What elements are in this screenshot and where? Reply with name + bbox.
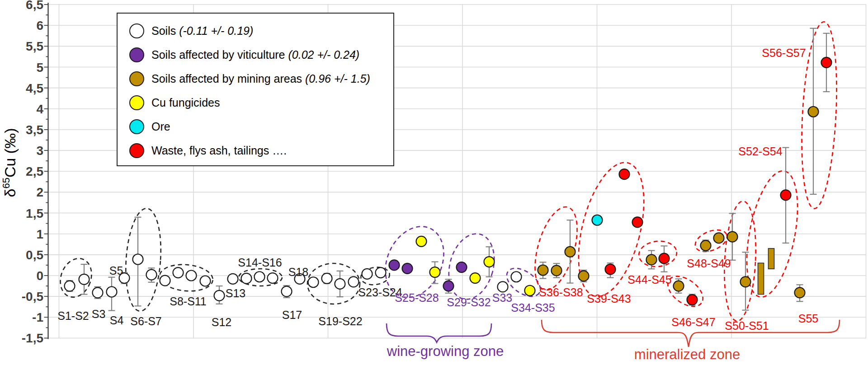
- point-S35: [525, 285, 535, 296]
- legend-item-label: Cu fungicides: [151, 96, 220, 109]
- point-S31: [470, 273, 481, 283]
- point-S13: [228, 274, 238, 284]
- legend-item-stats: (-0.11 +/- 0.19): [179, 24, 253, 37]
- point-S39: [579, 271, 589, 281]
- legend-item-4: Cu fungicides: [129, 91, 393, 115]
- point-S33: [498, 281, 508, 292]
- point-S17: [282, 286, 292, 297]
- point-S21: [335, 279, 345, 289]
- sample-label-S55: S55: [798, 312, 818, 325]
- point-S6: [133, 254, 143, 265]
- point-S48: [701, 240, 711, 251]
- range-bar-S53: [769, 248, 774, 269]
- sample-label-S50-S51: S50-S51: [725, 319, 769, 332]
- point-S37: [552, 265, 562, 276]
- point-S44: [646, 254, 657, 265]
- point-S55: [795, 287, 805, 298]
- sample-label-S25-S28: S25-S28: [395, 291, 439, 304]
- legend-item-stats: (0.96 +/- 1.5): [305, 72, 370, 85]
- y-axis-title: δ65Cu (‰): [0, 128, 19, 197]
- y-tick-label: 3: [36, 144, 43, 158]
- y-tick-label: 5,5: [26, 39, 43, 53]
- point-S47: [687, 295, 698, 305]
- point-S16: [268, 273, 278, 283]
- point-S4: [107, 286, 117, 297]
- group-ellipse-S1-S2: [55, 254, 97, 301]
- point-S2: [79, 274, 90, 285]
- y-tick-label: 1,5: [26, 206, 43, 220]
- y-tick-label: 4: [36, 102, 43, 116]
- point-S10: [186, 271, 197, 281]
- legend-marker-icon: [129, 143, 144, 158]
- zone-label-1: wine-growing zone: [387, 343, 504, 359]
- point-S54: [781, 190, 791, 200]
- point-S19: [308, 277, 319, 287]
- legend-marker-icon: [129, 95, 144, 110]
- point-S3: [93, 287, 103, 298]
- point-S38: [565, 247, 576, 257]
- y-tick-label: 0,5: [26, 248, 43, 262]
- group-ellipse-S48-S49: [692, 226, 730, 256]
- point-S12: [214, 290, 225, 301]
- legend-item-label: Soils: [151, 24, 179, 37]
- point-S20: [322, 273, 332, 284]
- point-S45: [659, 253, 670, 264]
- sample-label-S4: S4: [110, 314, 124, 327]
- sample-label-S39-S43: S39-S43: [587, 292, 631, 305]
- point-S23: [362, 269, 373, 279]
- point-S7: [146, 270, 157, 280]
- y-tick-label: 1: [36, 227, 43, 241]
- point-S50: [727, 232, 738, 242]
- y-tick-label: 5: [36, 61, 43, 75]
- point-S42: [619, 169, 630, 179]
- point-S56: [808, 107, 819, 117]
- point-S8: [160, 276, 170, 286]
- y-tick-label: 0: [36, 269, 43, 283]
- point-S32: [484, 257, 495, 267]
- legend-item-6: Waste, flys ash, tailings ….: [129, 139, 393, 163]
- y-axis: [44, 3, 48, 339]
- point-S15: [255, 271, 265, 282]
- y-tick-label: 6,5: [26, 0, 43, 12]
- sample-label-S33: S33: [492, 291, 512, 304]
- sample-label-S13: S13: [226, 287, 245, 299]
- sample-label-S1-S2: S1-S2: [57, 309, 89, 322]
- group-ellipse-S36-S38: [527, 202, 585, 295]
- legend-item-label: Soils affected by viticulture: [151, 48, 288, 61]
- sample-label-S52-S54: S52-S54: [738, 145, 782, 158]
- sample-label-S3: S3: [92, 308, 106, 320]
- legend-item-label: Ore: [151, 120, 170, 133]
- point-S30: [457, 262, 467, 272]
- sample-label-S46-S47: S46-S47: [671, 316, 715, 328]
- sample-label-S29-S32: S29-S32: [447, 296, 491, 309]
- y-tick-label: -1: [32, 310, 43, 324]
- y-tick-label: 2,5: [26, 164, 43, 178]
- sample-label-S18: S18: [288, 266, 308, 278]
- point-S34: [511, 271, 522, 282]
- point-S41: [605, 264, 616, 275]
- point-S43: [632, 217, 643, 227]
- point-S36: [538, 265, 548, 276]
- point-S46: [674, 281, 684, 291]
- point-S27: [416, 236, 427, 247]
- legend-item-3: Soils affected by mining areas (0.96 +/-…: [129, 67, 393, 91]
- legend-marker-icon: [129, 71, 144, 86]
- point-S22: [349, 276, 359, 287]
- legend-item-stats: (0.02 +/- 0.24): [288, 48, 359, 61]
- y-tick-label: 2: [36, 185, 43, 199]
- legend-item-label: Waste, flys ash, tailings ….: [151, 144, 287, 157]
- point-S40: [592, 215, 603, 225]
- point-S57: [821, 57, 832, 68]
- legend: Soils (-0.11 +/- 0.19) Soils affected by…: [117, 13, 394, 166]
- point-S24: [376, 267, 386, 278]
- sample-label-S14-S16: S14-S16: [238, 256, 282, 269]
- y-tick-label: 6: [36, 19, 43, 33]
- legend-marker-icon: [129, 47, 144, 62]
- sample-label-S34-S35: S34-S35: [511, 301, 555, 314]
- legend-item-2: Soils affected by viticulture (0.02 +/- …: [129, 43, 393, 67]
- point-S49: [714, 233, 724, 243]
- legend-item-label: Soils affected by mining areas: [151, 72, 305, 85]
- y-tick-label: -1,5: [22, 331, 43, 345]
- y-tick-label: -0,5: [22, 290, 43, 304]
- sample-label-S48-S49: S48-S49: [687, 257, 731, 270]
